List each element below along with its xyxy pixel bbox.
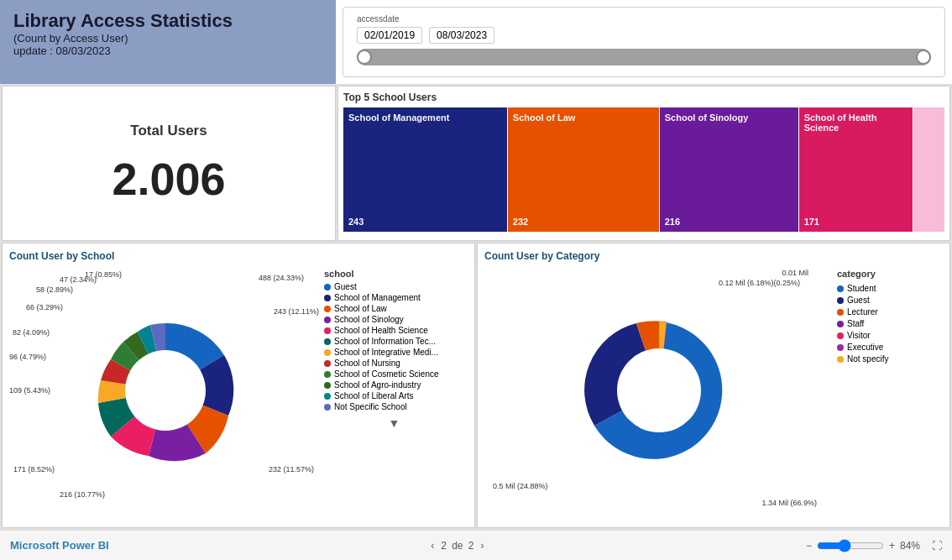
top5-bar-sinology[interactable]: School of Sinology 216: [660, 107, 798, 232]
legend-law-label: School of Law: [334, 304, 387, 313]
legend-notspecify-dot: [837, 356, 844, 363]
top5-bar-sinology-label: School of Sinology: [665, 113, 749, 123]
page-info: 2 de 2: [441, 540, 473, 552]
legend-student-label: Student: [847, 284, 876, 293]
filter-dates: 02/01/2019 08/03/2023: [357, 27, 931, 44]
legend-staff-label: Staff: [847, 319, 864, 328]
school-legend-title: school: [324, 269, 464, 279]
legend-notspecific: Not Specific School: [324, 402, 464, 411]
top5-bar-management-count: 243: [348, 217, 364, 227]
legend-cosmetic-label: School of Cosmetic Science: [334, 369, 439, 379]
filter-date-start[interactable]: 02/01/2019: [357, 27, 422, 44]
legend-liberal: School of Liberal Arts: [324, 391, 464, 400]
zoom-slider[interactable]: [817, 539, 884, 552]
date-slider[interactable]: [357, 49, 931, 65]
legend-nursing-label: School of Nursing: [334, 359, 400, 368]
top5-bar-law[interactable]: School of Law 232: [508, 107, 659, 232]
filter-panel: accessdate 02/01/2019 08/03/2023: [343, 7, 945, 77]
legend-agro-dot: [324, 382, 331, 389]
annotation-health: 171 (8.52%): [13, 465, 55, 474]
top5-bar-management-label: School of Management: [348, 113, 449, 123]
top5-title: Top 5 School Users: [343, 92, 944, 103]
category-donut-svg: [554, 298, 764, 483]
category-donut-container: 0.01 Mil 0.12 Mil (6.18%)(0.25%) 0.5 Mil…: [484, 265, 834, 516]
legend-guest-cat-label: Guest: [847, 296, 870, 305]
prev-page-button[interactable]: ‹: [431, 540, 434, 552]
legend-agro-label: School of Agro-industry: [334, 380, 421, 390]
powerbi-brand[interactable]: Microsoft Power BI: [10, 539, 109, 552]
legend-health: School of Health Science: [324, 326, 464, 335]
legend-cosmetic: School of Cosmetic Science: [324, 369, 464, 379]
svg-point-0: [125, 350, 206, 431]
legend-guest-dot: [324, 284, 331, 290]
legend-nursing-dot: [324, 360, 331, 367]
annotation-agro: 58 (2.89%): [36, 285, 73, 294]
legend-nursing: School of Nursing: [324, 359, 464, 368]
legend-infotech: School of Information Tec...: [324, 337, 464, 346]
zoom-out-button[interactable]: −: [806, 540, 812, 552]
filter-date-end[interactable]: 08/03/2023: [429, 27, 494, 44]
app-update: update : 08/03/2023: [13, 44, 322, 57]
legend-guest-cat: Guest: [837, 296, 939, 305]
legend-health-dot: [324, 327, 331, 334]
legend-integrative: School of Integrative Medi...: [324, 348, 464, 357]
annotation-infotech: 109 (5.43%): [9, 386, 50, 395]
legend-notspecify: Not specify: [837, 354, 939, 364]
filter-label: accessdate: [357, 14, 931, 24]
legend-sinology-dot: [324, 317, 331, 323]
top5-bars: School of Management 243 School of Law 2…: [343, 107, 944, 232]
page-current: 2: [441, 540, 447, 552]
legend-health-label: School of Health Science: [334, 326, 428, 335]
category-chart-panel: Count User by Category: [477, 243, 950, 528]
annotation-notspecific: 17 (0.85%): [85, 270, 122, 279]
cat-annotation-lecturer: 0.12 Mil (6.18%)(0.25%): [719, 279, 800, 287]
zoom-in-button[interactable]: +: [889, 540, 895, 552]
legend-integrative-dot: [324, 349, 331, 356]
cat-annotation-guest: 0.5 Mil (24.88%): [493, 482, 548, 490]
school-chart-area: 488 (24.33%) 243 (12.11%) 232 (11.57%) 2…: [9, 265, 468, 516]
cat-annotation-visitor: 0.01 Mil: [782, 269, 808, 277]
legend-agro: School of Agro-industry: [324, 380, 464, 390]
total-users-panel: Total Users 2.006: [2, 86, 336, 241]
header-title-box: Library Access Statistics (Count by Acce…: [0, 0, 336, 84]
total-users-value: 2.006: [112, 153, 225, 205]
annotation-nursing: 82 (4.09%): [13, 328, 50, 337]
top5-bar-health-count: 171: [804, 217, 819, 227]
annotation-integrative: 96 (4.79%): [9, 353, 46, 361]
top5-bar-health[interactable]: School of Health Science 171: [799, 107, 913, 232]
school-donut-svg: [65, 298, 266, 483]
svg-point-1: [617, 348, 701, 432]
legend-management-dot: [324, 295, 331, 301]
legend-guest: Guest: [324, 282, 464, 291]
legend-integrative-label: School of Integrative Medi...: [334, 348, 438, 357]
app-title: Library Access Statistics: [13, 10, 322, 32]
footer: Microsoft Power BI ‹ 2 de 2 › − + 84% ⛶: [0, 530, 952, 560]
legend-executive-label: Executive: [847, 343, 883, 352]
legend-lecturer-dot: [837, 309, 844, 316]
school-donut-container: 488 (24.33%) 243 (12.11%) 232 (11.57%) 2…: [9, 265, 321, 516]
school-legend-items: Guest School of Management School of Law…: [324, 282, 464, 411]
top5-bar-management[interactable]: School of Management 243: [343, 107, 507, 232]
legend-lecturer: Lecturer: [837, 307, 939, 317]
legend-management: School of Management: [324, 293, 464, 302]
legend-law: School of Law: [324, 304, 464, 313]
top5-bar-other: [913, 107, 944, 232]
top5-bar-sinology-count: 216: [665, 217, 680, 227]
annotation-sinology: 216 (10.77%): [60, 490, 105, 499]
next-page-button[interactable]: ›: [481, 540, 484, 552]
cat-annotation-student: 1.34 Mil (66.9%): [761, 499, 817, 507]
slider-fill: [357, 49, 931, 65]
page-label: de: [452, 540, 463, 552]
fullscreen-button[interactable]: ⛶: [932, 540, 942, 552]
legend-infotech-label: School of Information Tec...: [334, 337, 436, 346]
header: Library Access Statistics (Count by Acce…: [0, 0, 952, 84]
legend-visitor-dot: [837, 332, 844, 339]
school-chart-title: Count User by School: [9, 250, 468, 262]
legend-liberal-label: School of Liberal Arts: [334, 391, 414, 400]
scroll-down-indicator[interactable]: ▼: [324, 416, 464, 430]
legend-student: Student: [837, 284, 939, 293]
slider-thumb-right[interactable]: [916, 50, 931, 65]
legend-visitor: Visitor: [837, 331, 939, 340]
slider-thumb-left[interactable]: [357, 50, 372, 65]
top5-panel: Top 5 School Users School of Management …: [337, 86, 950, 241]
